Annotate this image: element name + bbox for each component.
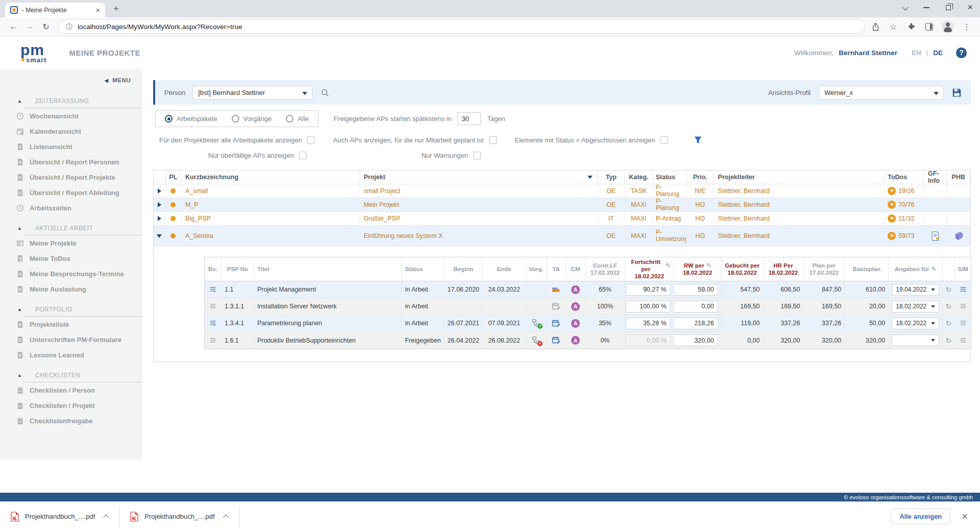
gantt-bar-icon[interactable] (552, 285, 561, 294)
refresh-icon[interactable] (946, 319, 952, 327)
calendar-edit-icon[interactable] (552, 336, 561, 345)
sidebar-item-lessons-learned[interactable]: Lessons Learned (0, 347, 142, 363)
col-rw[interactable]: RW per18.02.2022 (674, 257, 722, 281)
todo-flag-icon[interactable] (888, 187, 896, 195)
fortschritt-input[interactable] (626, 318, 671, 329)
window-chevron-down-icon[interactable] (902, 4, 909, 10)
sidebar-item-checklisten-projekt[interactable]: Checklisten / Projekt (0, 398, 142, 413)
sidebar-item-listenansicht[interactable]: Listenansicht (0, 139, 142, 154)
col-ta[interactable]: TA (547, 257, 566, 281)
help-icon[interactable] (956, 47, 967, 58)
list-arrow-icon[interactable] (209, 286, 217, 293)
col-ende[interactable]: Ende (482, 257, 526, 281)
close-downloads-icon[interactable] (962, 511, 968, 522)
calendar-edit-icon[interactable] (552, 319, 561, 328)
back-icon[interactable] (6, 22, 20, 31)
lang-de-link[interactable]: DE (933, 49, 943, 57)
cm-badge-icon[interactable]: A (571, 319, 580, 328)
browser-menu-icon[interactable] (962, 21, 972, 32)
sidebar-item-report-personen[interactable]: Übersicht / Report Personen (0, 154, 142, 170)
rw-input[interactable] (674, 284, 718, 296)
list-icon[interactable] (209, 303, 217, 310)
browser-tab[interactable]: - Meine Projekte (5, 3, 105, 17)
col-plan[interactable]: Plan per17.02.2022 (803, 257, 845, 281)
list-arrow-icon[interactable] (959, 286, 967, 293)
predecessor-ok-icon[interactable]: ✓ (532, 319, 541, 327)
person-select[interactable]: [bst] Bernhard Stettner (192, 86, 312, 100)
chevron-up-icon[interactable] (103, 514, 109, 520)
project-row-a-small[interactable]: A_small small Project OE TASK P-Planung … (154, 184, 970, 198)
col-status[interactable]: Status (402, 257, 445, 281)
col-hr[interactable]: HR Per18.02.2022 (764, 257, 804, 281)
col-cm[interactable]: CM (566, 257, 585, 281)
list-arrow-icon[interactable] (209, 320, 217, 327)
lang-en-link[interactable]: EN (912, 49, 921, 57)
angaben-date-select[interactable]: 18.02.2022 (892, 301, 939, 312)
days-input[interactable] (457, 112, 481, 125)
col-kateg[interactable]: Kateg. (625, 171, 653, 184)
col-kurzbezeichnung[interactable]: Kurzbezeichnung (181, 171, 360, 184)
expand-icon[interactable] (158, 188, 161, 194)
workpackage-row-1-3-4-1[interactable]: 1.3.4.1 Parametrierung planen in Arbeit … (205, 315, 971, 332)
rw-input[interactable] (674, 301, 718, 312)
extensions-puzzle-icon[interactable] (906, 21, 916, 32)
cm-badge-icon[interactable]: A (571, 336, 580, 345)
sidebar-item-meine-projekte[interactable]: Meine Projekte (0, 235, 142, 251)
list-icon[interactable] (959, 337, 967, 344)
radio-alle[interactable]: Alle (286, 115, 309, 123)
sidebar-item-meine-auslastung[interactable]: Meine Auslastung (0, 281, 142, 297)
sidebar-item-arbeitszeiten[interactable]: Arbeitszeiten (0, 200, 142, 215)
site-info-icon[interactable] (66, 22, 72, 32)
chevron-up-icon[interactable] (223, 514, 229, 520)
search-icon[interactable] (321, 88, 329, 97)
checkbox-projektleiter[interactable] (307, 136, 315, 144)
col-projekt[interactable]: Projekt (359, 171, 598, 184)
angaben-date-select[interactable]: 18.02.2022 (892, 318, 939, 329)
address-bar[interactable]: localhost/Pages/MyWork/MyWork.aspx?Recov… (58, 19, 865, 34)
list-icon[interactable] (959, 320, 967, 327)
col-pl[interactable]: PL (166, 171, 181, 184)
sidebar-item-unterschriften[interactable]: Unterschriften PM-Formulare (0, 332, 142, 347)
fortschritt-input[interactable] (626, 301, 671, 312)
col-contr-lf[interactable]: Contr.LF17.02.2022 (585, 257, 625, 281)
share-icon[interactable] (870, 21, 880, 32)
col-projektleiter[interactable]: Projektleiter (714, 171, 885, 184)
section-zeiterfassung[interactable]: ZEITERFASSUNG (0, 95, 142, 108)
window-restore-icon[interactable] (946, 5, 951, 10)
col-titel[interactable]: Titel (254, 257, 402, 281)
col-gebucht[interactable]: Gebucht per18.02.2022 (722, 257, 764, 281)
edit-pencil-icon[interactable] (931, 266, 936, 273)
checkbox-abgeschlossen[interactable] (660, 136, 668, 144)
forward-icon[interactable] (22, 22, 37, 31)
download-chip-2[interactable]: Projekthandbuch_....pdf (119, 502, 238, 531)
sort-arrow-icon[interactable] (587, 176, 593, 179)
projekthandbuch-book-icon[interactable] (954, 231, 964, 241)
todo-flag-icon[interactable] (888, 201, 896, 209)
collapse-icon[interactable] (157, 234, 162, 238)
sidebar-item-wochenansicht[interactable]: Wochenansicht (0, 108, 142, 124)
col-angaben-fuer[interactable]: Angaben für (889, 257, 943, 281)
save-icon[interactable] (952, 88, 962, 98)
radio-vorgaenge[interactable]: Vorgänge (232, 115, 272, 123)
radio-arbeitspakete[interactable]: Arbeitspakete (165, 115, 217, 123)
angaben-date-select[interactable] (892, 334, 939, 346)
menu-collapse[interactable]: MENU (0, 74, 142, 88)
tab-close-icon[interactable] (95, 6, 100, 15)
download-chip-1[interactable]: Projekthandbuch_....pdf (0, 502, 119, 531)
pm-smart-logo[interactable]: pm smart (20, 42, 46, 63)
side-panel-icon[interactable] (924, 21, 934, 32)
checkbox-mitarbeit[interactable] (489, 136, 497, 144)
refresh-icon[interactable] (946, 336, 952, 345)
expand-icon[interactable] (158, 202, 161, 207)
list-icon[interactable] (959, 303, 967, 310)
new-tab-button[interactable] (113, 3, 119, 14)
todo-flag-icon[interactable] (888, 232, 896, 240)
col-status[interactable]: Status (653, 171, 687, 184)
col-beginn[interactable]: Beginn (445, 257, 482, 281)
edit-pencil-icon[interactable] (706, 262, 712, 269)
sidebar-item-meine-todos[interactable]: Meine ToDos (0, 251, 142, 266)
sidebar-item-checklistenfreigabe[interactable]: Checklistenfreigabe (0, 413, 142, 428)
profile-avatar[interactable] (942, 20, 954, 33)
workpackage-row-1-1[interactable]: 1.1 Projekt Management in Arbeit 17.06.2… (205, 281, 971, 298)
col-vorg[interactable]: Vorg. (526, 257, 547, 281)
